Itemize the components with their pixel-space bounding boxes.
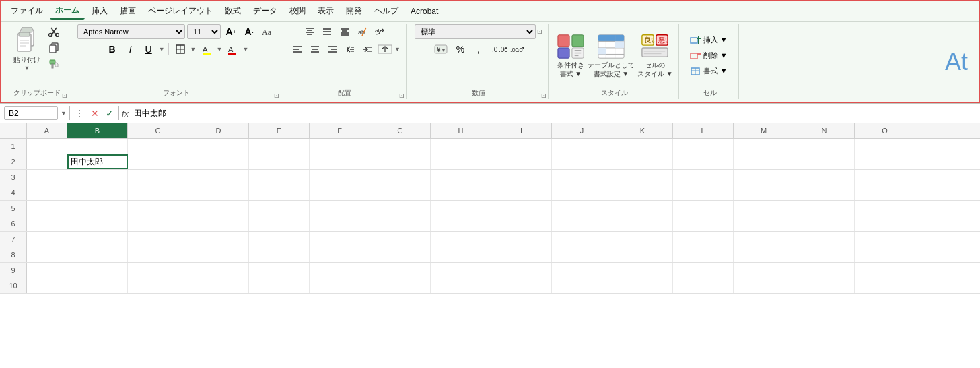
number-group-expand[interactable]: ⊡ xyxy=(541,92,547,99)
cell-N3[interactable] xyxy=(794,170,855,185)
cell-N8[interactable] xyxy=(794,247,855,262)
format-cells-button[interactable]: 書式 ▼ xyxy=(687,65,730,78)
cell-J1[interactable] xyxy=(552,139,612,154)
cell-G6[interactable] xyxy=(370,216,431,231)
col-header-l[interactable]: L xyxy=(673,123,734,138)
cell-F1[interactable] xyxy=(310,139,370,154)
cell-A4[interactable] xyxy=(27,185,67,200)
cell-G8[interactable] xyxy=(370,247,431,262)
cell-J5[interactable] xyxy=(552,201,612,216)
col-header-j[interactable]: J xyxy=(552,123,612,138)
clipboard-expand[interactable]: ⊡ xyxy=(62,92,67,99)
cell-I3[interactable] xyxy=(491,170,552,185)
align-middle-button[interactable] xyxy=(319,24,335,39)
menu-data[interactable]: データ xyxy=(248,3,283,19)
col-header-m[interactable]: M xyxy=(734,123,794,138)
cell-O4[interactable] xyxy=(855,185,915,200)
menu-view[interactable]: 表示 xyxy=(312,3,339,19)
cell-A6[interactable] xyxy=(27,216,67,231)
cell-E8[interactable] xyxy=(249,247,310,262)
fill-color-button[interactable]: A xyxy=(199,42,215,57)
cell-I7[interactable] xyxy=(491,232,552,247)
cell-F2[interactable] xyxy=(310,154,370,169)
font-family-select[interactable]: Aptos Narrow xyxy=(77,24,185,39)
indent-increase-button[interactable] xyxy=(359,42,376,57)
underline-button[interactable]: U xyxy=(141,42,157,57)
bold-button[interactable]: B xyxy=(104,42,120,57)
cell-G7[interactable] xyxy=(370,232,431,247)
cell-E10[interactable] xyxy=(249,278,310,293)
font-color-dropdown[interactable]: ▼ xyxy=(242,46,248,53)
cell-D8[interactable] xyxy=(188,247,249,262)
col-header-d[interactable]: D xyxy=(188,123,249,138)
cell-B1[interactable] xyxy=(67,139,128,154)
cell-D10[interactable] xyxy=(188,278,249,293)
copy-button[interactable] xyxy=(44,40,63,55)
cell-A5[interactable] xyxy=(27,201,67,216)
cell-I8[interactable] xyxy=(491,247,552,262)
cell-N1[interactable] xyxy=(794,139,855,154)
border-button[interactable] xyxy=(172,42,188,57)
cell-M2[interactable] xyxy=(734,154,794,169)
cell-N4[interactable] xyxy=(794,185,855,200)
cell-J7[interactable] xyxy=(552,232,612,247)
cell-M6[interactable] xyxy=(734,216,794,231)
cell-J6[interactable] xyxy=(552,216,612,231)
cell-G1[interactable] xyxy=(370,139,431,154)
cell-L1[interactable] xyxy=(673,139,734,154)
cell-E5[interactable] xyxy=(249,201,310,216)
cell-A10[interactable] xyxy=(27,278,67,293)
number-format-select[interactable]: 標準 xyxy=(415,24,536,39)
cell-D6[interactable] xyxy=(188,216,249,231)
menu-help[interactable]: ヘルプ xyxy=(369,3,404,19)
font-shrink-button[interactable]: A- xyxy=(241,24,257,39)
cell-K9[interactable] xyxy=(612,263,673,278)
cell-C7[interactable] xyxy=(128,232,188,247)
cell-F7[interactable] xyxy=(310,232,370,247)
align-left-button[interactable] xyxy=(289,42,306,57)
cell-D7[interactable] xyxy=(188,232,249,247)
cell-E6[interactable] xyxy=(249,216,310,231)
cell-M1[interactable] xyxy=(734,139,794,154)
col-header-h[interactable]: H xyxy=(431,123,491,138)
cell-K5[interactable] xyxy=(612,201,673,216)
col-header-e[interactable]: E xyxy=(249,123,310,138)
menu-acrobat[interactable]: Acrobat xyxy=(405,5,444,18)
cell-I4[interactable] xyxy=(491,185,552,200)
cell-G3[interactable] xyxy=(370,170,431,185)
delete-cells-button[interactable]: 削除 ▼ xyxy=(687,49,730,62)
row-header-5[interactable]: 5 xyxy=(0,201,27,216)
cell-O1[interactable] xyxy=(855,139,915,154)
cell-A1[interactable] xyxy=(27,139,67,154)
cell-G4[interactable] xyxy=(370,185,431,200)
font-expand[interactable]: ⊡ xyxy=(274,92,279,99)
table-format-dropdown[interactable]: ▼ xyxy=(622,70,629,78)
cell-K2[interactable] xyxy=(612,154,673,169)
col-header-c[interactable]: C xyxy=(128,123,188,138)
cell-D3[interactable] xyxy=(188,170,249,185)
cell-L7[interactable] xyxy=(673,232,734,247)
cell-B4[interactable] xyxy=(67,185,128,200)
cell-K6[interactable] xyxy=(612,216,673,231)
cell-N5[interactable] xyxy=(794,201,855,216)
cell-B2[interactable]: 田中太郎 xyxy=(67,154,128,169)
cell-M8[interactable] xyxy=(734,247,794,262)
cell-E1[interactable] xyxy=(249,139,310,154)
menu-insert[interactable]: 挿入 xyxy=(86,3,113,19)
cell-H10[interactable] xyxy=(431,278,491,293)
decimal-decrease-button[interactable]: .00 .0 xyxy=(510,42,526,57)
cell-M4[interactable] xyxy=(734,185,794,200)
cell-F3[interactable] xyxy=(310,170,370,185)
cell-D4[interactable] xyxy=(188,185,249,200)
wrap-text-button[interactable]: ab xyxy=(372,24,388,39)
cell-D1[interactable] xyxy=(188,139,249,154)
cell-H1[interactable] xyxy=(431,139,491,154)
cell-E7[interactable] xyxy=(249,232,310,247)
cell-L4[interactable] xyxy=(673,185,734,200)
cell-G2[interactable] xyxy=(370,154,431,169)
cell-B7[interactable] xyxy=(67,232,128,247)
cell-D2[interactable] xyxy=(188,154,249,169)
cell-K10[interactable] xyxy=(612,278,673,293)
cell-G9[interactable] xyxy=(370,263,431,278)
cell-O5[interactable] xyxy=(855,201,915,216)
